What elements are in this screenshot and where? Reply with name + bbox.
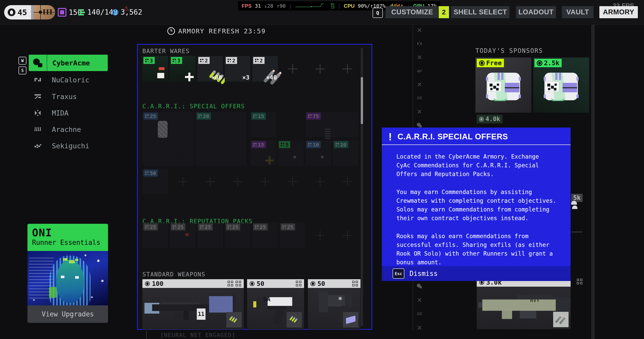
barter-icon [228, 59, 231, 62]
weapon-price: 50 [317, 280, 325, 287]
price-badge: 2 [198, 57, 210, 64]
oni-card-header: ONI Runner Essentials [27, 224, 108, 251]
key-w: W [18, 57, 26, 65]
barter-item-tile[interactable]: 3 [142, 56, 168, 82]
cells-stat: 140/140 ⚠ [78, 8, 118, 16]
cpu-label: CPU [344, 3, 355, 9]
modal-footer: Esc Dismiss [382, 266, 571, 281]
dismiss-button[interactable]: Dismiss [409, 270, 438, 277]
emitter-mark: * [338, 295, 342, 304]
vendor-label: Traxus [47, 93, 77, 101]
special-offer-tile[interactable]: 75 [305, 112, 358, 137]
price-badge: 25 [171, 224, 185, 230]
price-badge: 25 [198, 224, 213, 230]
reputation-pack-tile[interactable]: 25 [170, 222, 196, 248]
reputation-pack-tile[interactable]: 25 [197, 222, 223, 248]
key-s: S [18, 66, 26, 74]
reputation-pack-tile[interactable]: 25 [280, 222, 305, 248]
weapon-card[interactable]: 50 * [308, 279, 360, 330]
sponsor-weapon-card[interactable]: 3.0k HVY [477, 278, 571, 329]
cyberacme-logo-white [571, 201, 579, 214]
tab-customize[interactable]: CUSTOMIZE 2 [386, 6, 449, 18]
neural-net-status: [NEURAL NET ENGAGED] [160, 332, 236, 338]
fps-min: ↓28 [264, 3, 273, 9]
cyberacme-logo-icon [29, 55, 47, 71]
crosshair-dot-icon [39, 11, 42, 14]
weapon-card[interactable]: 50 6A [247, 279, 304, 330]
chip-icon [58, 8, 66, 17]
armory-panel: BARTER WARES 3 3 2 ×60 2 [137, 44, 372, 330]
vendor-label: Sekiguchi [47, 142, 89, 150]
arachne-logo-icon [29, 125, 47, 133]
sekiguchi-logo-icon [29, 142, 47, 150]
sidebar-item-cyberacme[interactable]: CyberAcme [29, 55, 108, 71]
sidebar-item-mida[interactable]: MIDA [29, 107, 108, 119]
credits-stat: 3,562 [112, 8, 142, 16]
fps-value: 31 [255, 3, 261, 9]
special-offer-tile[interactable]: 15 [250, 112, 276, 137]
reputation-pack-tile[interactable]: 25 [252, 222, 278, 248]
price-badge: 50 [143, 170, 158, 177]
panel-scrollbar[interactable] [361, 48, 363, 326]
special-offer-tile[interactable]: 20 [196, 112, 247, 166]
rockets-icon [556, 315, 565, 324]
price-badge: 25 [143, 113, 158, 120]
sekiguchi-mini-icon [416, 67, 423, 75]
helmet-icon [8, 8, 15, 16]
magazine-label: 11 [197, 308, 206, 320]
barter-item-tile[interactable]: 2 ×40 [252, 56, 278, 82]
weapon-image-pistol2: * [308, 288, 360, 330]
special-offer-tile[interactable]: 15 [250, 140, 276, 166]
status-tick [146, 331, 147, 339]
oni-upgrades-card[interactable]: ONI Runner Essentials View Upgrades [27, 224, 108, 323]
right-scroll-strip[interactable] [591, 25, 595, 339]
nucaloric-logo-icon [29, 76, 47, 84]
reputation-pack-tile[interactable]: 25 [225, 222, 250, 248]
special-offer-tile[interactable]: 25 [142, 112, 194, 166]
ammo-type-chip [287, 312, 302, 327]
vendor-label: CyberAcme [47, 59, 90, 67]
ammo-type-chip [226, 312, 242, 327]
slot-grid-icon [228, 281, 241, 286]
special-offer-tile[interactable]: 50 [142, 169, 168, 194]
marker-x-icon [416, 81, 423, 88]
tab-loadout[interactable]: LOADOUT [516, 6, 556, 18]
tab-vault[interactable]: VAULT [562, 6, 593, 18]
view-upgrades-button[interactable]: View Upgrades [27, 305, 108, 323]
sponsor-tile[interactable]: Free [475, 57, 531, 113]
sidebar-item-arachne[interactable]: Arachne [29, 123, 108, 135]
sidebar-item-nucaloric[interactable]: NuCaloric [29, 74, 108, 86]
weapon-price: 100 [152, 280, 163, 287]
price-badge: 25 [143, 224, 158, 230]
top-bar: 45 III 150 140/140 ⚠ 3,562 FPS 31 ↓28 ↑ [0, 0, 644, 25]
sidebar-item-traxus[interactable]: Traxus [29, 90, 108, 103]
oni-brand: ONI [32, 227, 103, 238]
ammo-type-chip [343, 312, 358, 327]
barter-item-tile[interactable]: 3 [170, 56, 196, 82]
weapon-card[interactable]: 100 11 [142, 279, 244, 330]
barter-item-tile[interactable]: 2 ×3 [225, 56, 250, 82]
barter-item-tile[interactable]: 2 ×60 [197, 56, 223, 82]
special-offer-tile[interactable]: 10 [305, 140, 331, 166]
bullets-icon [230, 315, 238, 324]
pill-divider [31, 5, 34, 20]
special-offer-tile[interactable]: 5 [278, 140, 304, 166]
panel-scrollbar-thumb[interactable] [361, 77, 363, 124]
health-value: 45 [17, 8, 27, 17]
sponsor-tile[interactable]: 2.5k [533, 57, 589, 113]
weapon-card-header: 50 [247, 279, 304, 288]
price-badge: Free [477, 59, 504, 67]
sidebar-item-sekiguchi[interactable]: Sekiguchi [29, 140, 108, 152]
bullets-icon [290, 315, 299, 324]
tab-shell-select[interactable]: SHELL SELECT [451, 6, 510, 18]
cyberacme-mini-icon [416, 282, 423, 290]
slot-grid-icon [352, 281, 358, 286]
marker-x-icon [416, 26, 423, 34]
cells-icon [78, 9, 85, 16]
price-badge: 10 [306, 141, 321, 148]
marker-x-icon [416, 53, 423, 61]
special-offer-tile[interactable]: 20 [333, 140, 358, 166]
game-screen: 45 III 150 140/140 ⚠ 3,562 FPS 31 ↓28 ↑ [0, 0, 644, 339]
price-badge: 75 [306, 113, 321, 120]
reputation-pack-tile[interactable]: 25 [142, 222, 168, 248]
